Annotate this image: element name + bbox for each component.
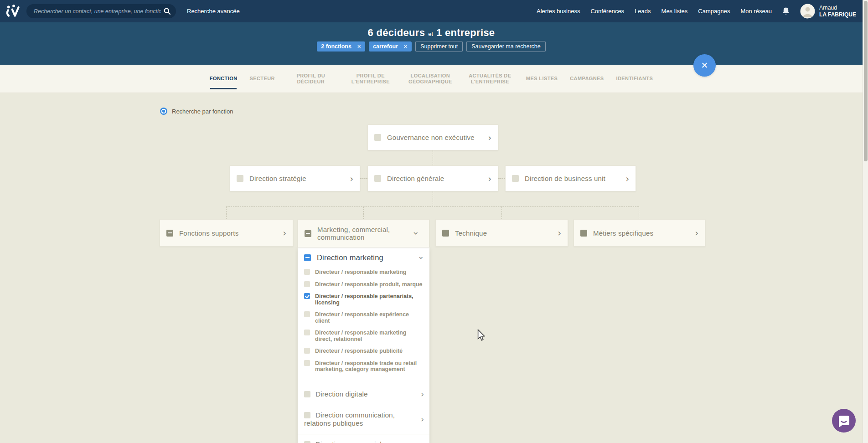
tree-connector (498, 178, 505, 179)
nav-campagnes[interactable]: Campagnes (698, 8, 730, 15)
function-label: Directeur / responsable produit, marque (315, 281, 422, 288)
tab-campagnes[interactable]: CAMPAGNES (570, 76, 604, 82)
tree-connector (639, 206, 639, 219)
function-item-selected[interactable]: Directeur / responsable partenariats, li… (304, 293, 424, 306)
checkbox-unchecked[interactable] (374, 134, 381, 141)
function-item[interactable]: Directeur / responsable trade ou retail … (304, 360, 424, 373)
function-label: Directeur / responsable marketing (315, 269, 406, 276)
top-navbar: Recherche avancée Alertes business Confé… (0, 0, 863, 22)
clear-all-button[interactable]: Supprimer tout (415, 41, 463, 52)
remove-chip-icon[interactable]: ✕ (403, 44, 408, 50)
user-menu[interactable]: Arnaud LA FABRIQUE (800, 4, 856, 19)
tab-localisation-geographique[interactable]: LOCALISATION GÉOGRAPHIQUE (407, 73, 454, 85)
checkbox-unchecked[interactable] (304, 281, 310, 287)
deciders-count: 6 décideurs (368, 27, 425, 39)
tree-node-direction-business-unit[interactable]: Direction de business unit › (505, 165, 636, 191)
tab-fonction[interactable]: FONCTION (210, 76, 238, 82)
search-mode: Recherche par fonction (160, 108, 233, 115)
nav-conferences[interactable]: Conférences (590, 8, 624, 15)
checkbox-unchecked[interactable] (304, 412, 310, 418)
search-icon[interactable] (164, 8, 170, 15)
checkbox-indeterminate[interactable] (305, 230, 311, 237)
group-direction-commerciale[interactable]: Direction commerciale › (298, 434, 429, 443)
navbar-links: Alertes business Conférences Leads Mes l… (537, 0, 856, 22)
tab-profil-du-decideur[interactable]: PROFIL DU DÉCIDEUR (287, 73, 335, 85)
tab-secteur[interactable]: SECTEUR (249, 76, 274, 82)
checkbox-indeterminate-blue[interactable] (304, 254, 311, 261)
page-scrollbar[interactable] (863, 0, 868, 443)
user-identity: Arnaud LA FABRIQUE (819, 5, 856, 18)
function-item[interactable]: Directeur / responsable produit, marque (304, 281, 424, 288)
function-item[interactable]: Directeur / responsable marketing (304, 269, 424, 276)
chip-label: carrefour (373, 43, 398, 50)
radio-recherche-par-fonction[interactable] (160, 108, 167, 115)
close-panel-button[interactable]: ✕ (693, 54, 716, 77)
chat-widget-button[interactable] (832, 409, 856, 433)
checkbox-indeterminate[interactable] (166, 230, 173, 237)
tab-profil-de-entreprise[interactable]: PROFIL DE L'ENTREPRISE (347, 73, 394, 85)
checkbox-unchecked[interactable] (237, 175, 243, 182)
chevron-down-icon: › (419, 256, 424, 259)
checkbox-unchecked[interactable] (304, 348, 310, 354)
nav-leads[interactable]: Leads (635, 8, 651, 15)
tree-node-label: Technique (455, 229, 552, 237)
tree-connector (501, 206, 502, 219)
group-direction-digitale[interactable]: Direction digitale › (298, 384, 429, 405)
tree-node-direction-strategie[interactable]: Direction stratégie › (230, 165, 360, 191)
tab-mes-listes[interactable]: MES LISTES (526, 76, 558, 82)
search-input[interactable] (26, 8, 164, 15)
chevron-right-icon: › (421, 391, 424, 397)
tree-node-gouvernance-non-executive[interactable]: Gouvernance non exécutive › (367, 124, 498, 150)
tree-node-metiers-specifiques[interactable]: Métiers spécifiques › (574, 219, 705, 247)
app-root: Recherche avancée Alertes business Confé… (0, 0, 868, 443)
advanced-search-link[interactable]: Recherche avancée (187, 8, 240, 15)
filter-chip-fonctions[interactable]: 2 fonctions ✕ (317, 41, 365, 52)
checkbox-unchecked[interactable] (304, 330, 310, 335)
filter-tabs: FONCTION SECTEUR PROFIL DU DÉCIDEUR PROF… (0, 65, 863, 93)
checkbox-checked[interactable] (304, 293, 310, 299)
save-search-button[interactable]: Sauvegarder ma recherche (466, 41, 545, 52)
function-item[interactable]: Directeur / responsable expérience clien… (304, 311, 424, 324)
chevron-right-icon: › (283, 230, 286, 236)
tree-node-technique[interactable]: Technique › (435, 219, 568, 247)
checkbox-unchecked[interactable] (304, 391, 310, 397)
function-label: Directeur / responsable partenariats, li… (315, 293, 424, 306)
checkbox-unchecked[interactable] (304, 441, 310, 443)
checkbox-unchecked[interactable] (304, 269, 310, 275)
group-direction-communication[interactable]: Direction communication, relations publi… (298, 405, 429, 434)
companies-count: 1 entreprise (436, 27, 495, 39)
filter-chip-carrefour[interactable]: carrefour ✕ (369, 41, 412, 52)
tree-node-label: Direction générale (387, 175, 482, 182)
results-header: 6 décideurs et 1 entreprise 2 fonctions … (0, 22, 863, 65)
group-direction-marketing[interactable]: Direction marketing › (298, 247, 429, 266)
chevron-right-icon: › (558, 230, 561, 236)
checkbox-unchecked[interactable] (304, 311, 310, 317)
nav-alertes-business[interactable]: Alertes business (537, 8, 580, 15)
tree-node-direction-generale[interactable]: Direction générale › (367, 165, 498, 191)
tree-connector (433, 150, 433, 165)
nav-mon-reseau[interactable]: Mon réseau (740, 8, 772, 15)
function-tree: Recherche par fonction Gouvernance non e… (0, 93, 863, 443)
group-label: Direction commerciale (315, 440, 385, 443)
checkbox-unchecked[interactable] (512, 175, 519, 182)
tree-node-fonctions-supports[interactable]: Fonctions supports › (160, 219, 293, 247)
global-search (26, 4, 176, 18)
function-item[interactable]: Directeur / responsable marketing direct… (304, 330, 424, 342)
tree-connector (433, 191, 433, 206)
tree-connector (360, 178, 367, 179)
checkbox-unchecked[interactable] (374, 175, 381, 182)
remove-chip-icon[interactable]: ✕ (357, 44, 361, 50)
tab-actualites-entreprise[interactable]: ACTUALITÉS DE L'ENTREPRISE (466, 73, 514, 85)
checkbox-unchecked[interactable] (304, 360, 310, 366)
checkbox-filled[interactable] (580, 230, 587, 237)
group-label: Direction communication, relations publi… (304, 411, 395, 427)
tree-node-marketing-commercial-communication[interactable]: Marketing, commercial, communication › (298, 219, 429, 247)
scrollbar-thumb[interactable] (864, 1, 868, 161)
function-item[interactable]: Directeur / responsable publicité (304, 348, 424, 355)
tab-identifiants[interactable]: IDENTIFIANTS (616, 76, 653, 82)
checkbox-filled[interactable] (442, 230, 449, 237)
bell-icon[interactable] (782, 7, 790, 15)
nav-mes-listes[interactable]: Mes listes (661, 8, 688, 15)
tree-connector (226, 206, 227, 219)
brand-logo[interactable] (5, 4, 23, 19)
